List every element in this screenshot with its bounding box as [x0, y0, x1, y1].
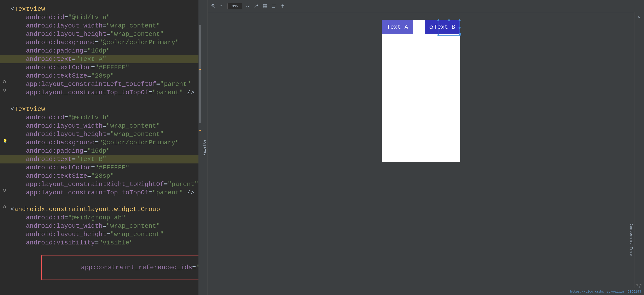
grid-icon[interactable]	[261, 2, 269, 10]
code-line: android:layout_height="wrap_content"	[0, 30, 202, 38]
code-line: android:padding="16dp"	[0, 47, 202, 55]
code-line: android:layout_height="wrap_content"	[0, 230, 202, 239]
line-content: app:layout_constraintTop_toTopOf="parent…	[8, 89, 202, 96]
line-content: android:text="Text B"	[8, 155, 202, 163]
code-line-highlighted: android:text="Text B"	[0, 155, 202, 163]
code-line: android:layout_width="wrap_content"	[0, 222, 202, 230]
right-tools: ↖ +	[634, 12, 644, 295]
wand-icon[interactable]	[252, 2, 260, 10]
scrollbar-thumb[interactable]	[199, 25, 201, 123]
gutter	[0, 80, 8, 83]
line-content: app:layout_constraintTop_toTopOf="parent…	[8, 189, 202, 197]
text-a-block: Text A	[382, 20, 413, 34]
cursor-icon[interactable]: ↖	[638, 14, 640, 20]
svg-rect-6	[265, 4, 267, 6]
constraint-indicator	[3, 205, 6, 208]
handle-dot	[438, 34, 440, 36]
curve-icon[interactable]	[244, 2, 251, 10]
line-content: app:layout_constraintLeft_toLeftOf="pare…	[8, 80, 202, 88]
code-line	[0, 197, 202, 205]
code-line: android:id="@+id/tv_b"	[0, 113, 202, 122]
component-tree-label: Component Tree	[629, 224, 633, 256]
palette-tab[interactable]: Palette	[202, 0, 208, 295]
line-content: android:text="Text A"	[8, 55, 202, 63]
code-editor: <TextView android:id="@+id/tv_a" android…	[0, 0, 202, 295]
code-line: <TextView	[0, 5, 202, 13]
line-content: app:constraint_referenced_ids="tv_a,tv_b…	[8, 247, 202, 288]
code-line: app:layout_constraintTop_toTopOf="parent…	[0, 189, 202, 197]
code-line: android:textSize="28sp"	[0, 172, 202, 180]
align-left-icon[interactable]	[270, 2, 278, 10]
code-line: android:layout_width="wrap_content"	[0, 21, 202, 30]
code-line: android:textColor="#FFFFFF"	[0, 163, 202, 172]
undo-icon[interactable]	[218, 2, 226, 10]
constraint-indicator	[3, 89, 6, 91]
line-content: android:background="@color/colorPrimary"	[8, 38, 202, 46]
code-line: <TextView	[0, 105, 202, 113]
svg-rect-7	[263, 6, 265, 8]
line-content: android:layout_width="wrap_content"	[8, 22, 202, 30]
line-content: android:padding="16dp"	[8, 47, 202, 55]
line-content: app:layout_constraintRight_toRightOf="pa…	[8, 180, 202, 188]
code-line: <androidx.constraintlayout.widget.Group	[0, 205, 202, 214]
code-line: 💡 android:background="@color/colorPrimar…	[0, 138, 202, 147]
line-content: <TextView	[8, 5, 202, 13]
code-line	[0, 97, 202, 105]
component-tree-panel[interactable]: Component Tree	[628, 209, 634, 271]
gutter	[0, 189, 8, 192]
referenced-ids-line: app:constraint_referenced_ids="tv_a,tv_b…	[0, 247, 202, 288]
code-line: android:id="@+id/group_ab"	[0, 214, 202, 222]
line-content: android:visibility="visible"	[8, 239, 202, 247]
gutter	[0, 205, 8, 208]
line-content: android:textColor="#FFFFFF"	[8, 164, 202, 172]
scroll-indicator	[200, 69, 201, 70]
code-line: android:padding="16dp"	[0, 147, 202, 155]
code-line: app:layout_constraintLeft_toLeftOf="pare…	[0, 80, 202, 88]
line-content: android:textColor="#FFFFFF"	[8, 63, 202, 71]
line-content: android:textSize="28sp"	[8, 72, 202, 80]
line-content	[8, 197, 202, 205]
line-content: android:padding="16dp"	[8, 147, 202, 155]
line-content: android:layout_width="wrap_content"	[8, 122, 202, 130]
center-vertical-icon[interactable]	[279, 2, 286, 10]
ratio-indicator: 1:1	[636, 284, 642, 287]
referenced-ids-attr: app:constraint_referenced_ids	[81, 264, 192, 271]
code-line: android:textColor="#FFFFFF"	[0, 63, 202, 72]
code-line: android:visibility="visible"	[0, 239, 202, 247]
editor-scrollbar[interactable]	[198, 0, 202, 295]
line-content: android:id="@+id/tv_a"	[8, 13, 202, 21]
constraint-indicator	[3, 189, 6, 192]
text-b-label: Text B	[434, 24, 455, 30]
design-panel: Palette 0dp	[202, 0, 644, 295]
svg-rect-8	[265, 6, 267, 8]
line-content: android:textSize="28sp"	[8, 172, 202, 180]
code-line: android:layout_height="wrap_content"	[0, 130, 202, 138]
code-line: android:textSize="28sp"	[0, 72, 202, 80]
line-content: <TextView	[8, 105, 202, 113]
line-content: <androidx.constraintlayout.widget.Group	[8, 205, 202, 213]
offset-input[interactable]: 0dp	[228, 3, 242, 9]
line-content: android:layout_height="wrap_content"	[8, 231, 202, 238]
constraint-indicator	[3, 80, 6, 83]
device-frame: Text A Text B	[382, 20, 460, 162]
svg-rect-5	[263, 4, 265, 6]
line-content: android:layout_height="wrap_content"	[8, 130, 202, 138]
code-line: app:layout_constraintTop_toTopOf="parent…	[0, 88, 202, 97]
zoom-icon[interactable]	[210, 2, 217, 10]
line-content: android:layout_width="wrap_content"	[8, 222, 202, 230]
url-text: https://blog.csdn.net/weixin_46056193	[570, 290, 641, 294]
code-line: app:layout_constraintRight_toRightOf="pa…	[0, 180, 202, 189]
design-toolbar: 0dp	[208, 0, 634, 12]
code-line: android:id="@+id/tv_a"	[0, 13, 202, 21]
text-b-block: Text B	[425, 20, 460, 34]
code-line-highlighted: android:text="Text A"	[0, 55, 202, 63]
palette-label: Palette	[203, 139, 206, 156]
line-content: android:id="@+id/group_ab"	[8, 214, 202, 222]
code-line: android:background="@color/colorPrimary"	[0, 38, 202, 47]
gutter	[0, 89, 8, 91]
line-content: android:layout_height="wrap_content"	[8, 30, 202, 38]
text-a-label: Text A	[387, 24, 408, 30]
gutter: 💡	[0, 139, 8, 142]
ratio-label: 1:1	[636, 284, 642, 287]
text-b-circle-handle	[430, 25, 433, 29]
